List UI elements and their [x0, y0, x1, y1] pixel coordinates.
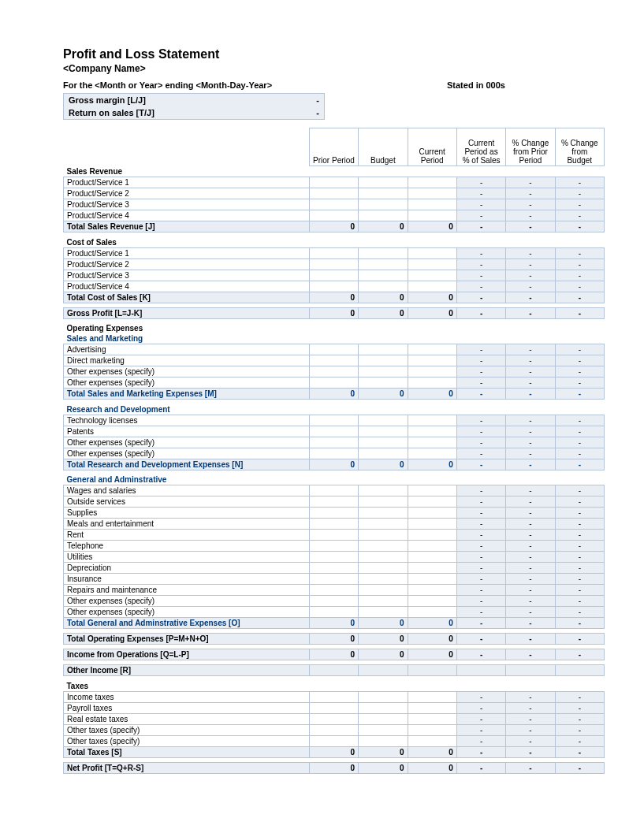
cell-current: [408, 508, 456, 519]
cell-budget: [359, 188, 408, 199]
row-label: Product/Service 2: [64, 188, 310, 199]
cell-budget: [359, 448, 408, 459]
cell-prior: [309, 563, 358, 574]
cell-prior: [309, 377, 358, 389]
gross-margin-value: -: [237, 94, 324, 106]
total-cost-of-sales: Total Cost of Sales [K]000---: [64, 292, 605, 303]
cell-prior: [309, 691, 358, 702]
cell-pct-budget: -: [555, 585, 604, 596]
table-row: Rent---: [64, 530, 605, 541]
other-income: Other Income [R]: [64, 665, 605, 676]
cell-prior: 0: [309, 746, 358, 757]
metrics-box: Gross margin [L/J] - Return on sales [T/…: [63, 93, 325, 120]
cell-prior: [309, 508, 358, 519]
cell-budget: 0: [359, 634, 408, 645]
table-row: Utilities---: [64, 552, 605, 563]
cell-empty: [456, 665, 505, 676]
cell-current: [408, 691, 456, 702]
cell-pct-budget: -: [555, 649, 604, 660]
gross-profit: Gross Profit [L=J-K]000---: [64, 307, 605, 318]
row-label: Supplies: [64, 508, 310, 519]
total-general-admin: Total General and Adminstrative Expenses…: [64, 618, 605, 629]
cell-budget: [359, 574, 408, 585]
table-row: Advertising---: [64, 344, 605, 355]
cell-pct-sales: -: [456, 649, 505, 660]
row-label: Product/Service 2: [64, 258, 310, 270]
cell-pct-sales: -: [456, 177, 505, 188]
cell-pct-sales: -: [456, 574, 505, 585]
table-row: Other expenses (specify)---: [64, 366, 605, 377]
table-row: Other taxes (specify)---: [64, 724, 605, 735]
col-header-current: Current Period: [408, 128, 456, 166]
cell-prior: [309, 735, 358, 746]
cell-pct-budget: -: [555, 530, 604, 541]
cell-current: 0: [408, 746, 456, 757]
cell-current: [408, 199, 456, 210]
row-label: Total Cost of Sales [K]: [64, 292, 310, 303]
cell-prior: [309, 437, 358, 448]
cell-pct-sales: -: [456, 618, 505, 629]
cell-pct-prior: -: [506, 415, 555, 426]
cell-budget: 0: [359, 389, 408, 400]
row-label: Outside services: [64, 496, 310, 508]
cell-pct-budget: -: [555, 270, 604, 281]
cell-current: [408, 665, 456, 676]
row-label: Other expenses (specify): [64, 377, 310, 389]
cell-current: [408, 735, 456, 746]
cell-prior: [309, 426, 358, 437]
cell-pct-prior: -: [506, 210, 555, 221]
row-label: Insurance: [64, 574, 310, 585]
cell-current: [408, 448, 456, 459]
cell-pct-sales: -: [456, 735, 505, 746]
table-row: Real estate taxes---: [64, 713, 605, 724]
cell-prior: [309, 607, 358, 618]
row-label: Total Research and Development Expenses …: [64, 459, 310, 470]
cell-budget: 0: [359, 649, 408, 660]
subsection-general-admin: General and Adminstrative: [64, 474, 605, 485]
cell-pct-sales: -: [456, 552, 505, 563]
cell-pct-prior: -: [506, 366, 555, 377]
cell-current: [408, 552, 456, 563]
cell-prior: 0: [309, 649, 358, 660]
subsection-sales-marketing: Sales and Marketing: [64, 333, 605, 344]
cell-budget: 0: [359, 762, 408, 773]
cell-pct-budget: -: [555, 459, 604, 470]
cell-pct-prior: -: [506, 691, 555, 702]
cell-prior: [309, 177, 358, 188]
cell-pct-sales: -: [456, 485, 505, 496]
cell-prior: [309, 485, 358, 496]
row-label: Income from Operations [Q=L-P]: [64, 649, 310, 660]
cell-current: [408, 415, 456, 426]
table-row: Product/Service 4---: [64, 281, 605, 292]
row-label: Product/Service 4: [64, 210, 310, 221]
cell-pct-prior: -: [506, 607, 555, 618]
col-header-pct-sales: Current Period as % of Sales: [456, 128, 505, 166]
cell-prior: [309, 188, 358, 199]
cell-budget: [359, 530, 408, 541]
cell-current: [408, 496, 456, 508]
cell-pct-prior: -: [506, 585, 555, 596]
cell-budget: 0: [359, 746, 408, 757]
table-row: Meals and entertainment---: [64, 519, 605, 530]
pl-table: Prior Period Budget Current Period Curre…: [63, 128, 605, 774]
cell-pct-budget: -: [555, 596, 604, 607]
cell-pct-sales: -: [456, 281, 505, 292]
table-row: Product/Service 2---: [64, 258, 605, 270]
cell-pct-sales: -: [456, 691, 505, 702]
cell-budget: [359, 177, 408, 188]
row-label: Payroll taxes: [64, 702, 310, 713]
total-operating-expenses: Total Operating Expenses [P=M+N+O]000---: [64, 634, 605, 645]
cell-prior: [309, 724, 358, 735]
cell-pct-budget: -: [555, 199, 604, 210]
cell-pct-prior: -: [506, 596, 555, 607]
cell-pct-budget: -: [555, 724, 604, 735]
cell-current: 0: [408, 618, 456, 629]
table-row: Product/Service 4---: [64, 210, 605, 221]
cell-empty: [506, 665, 555, 676]
cell-budget: [359, 552, 408, 563]
cell-current: [408, 344, 456, 355]
cell-budget: [359, 485, 408, 496]
row-label: Meals and entertainment: [64, 519, 310, 530]
cell-pct-budget: -: [555, 508, 604, 519]
cell-pct-sales: -: [456, 247, 505, 258]
